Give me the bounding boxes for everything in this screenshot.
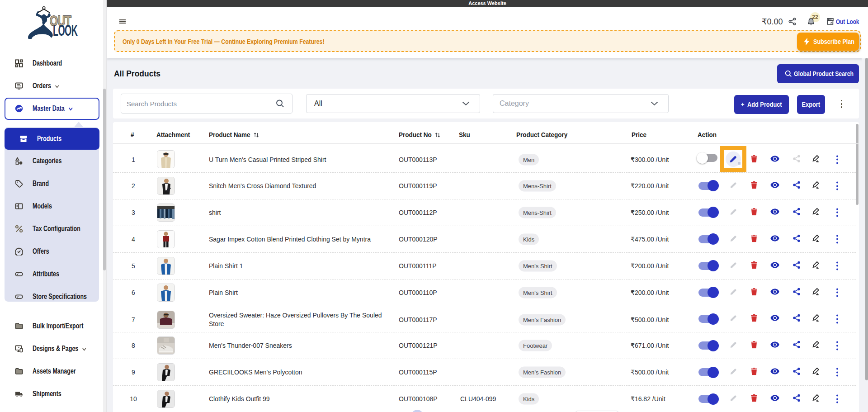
svg-text:LOOK: LOOK — [53, 21, 78, 39]
